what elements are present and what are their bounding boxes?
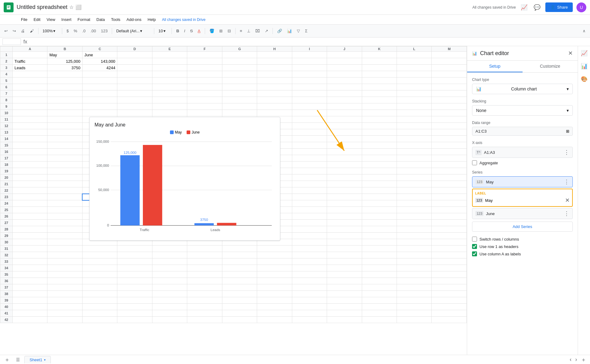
cell-A17[interactable] [13,155,47,162]
cell-M23[interactable] [432,194,467,200]
cell-M3[interactable] [432,65,467,71]
cell-G37[interactable] [222,284,257,291]
cell-F39[interactable] [187,297,222,304]
cell-G7[interactable] [222,90,257,97]
cell-C4[interactable] [82,71,117,78]
cell-J12[interactable] [327,123,362,129]
cell-M25[interactable] [432,207,467,213]
cell-J17[interactable] [327,155,362,162]
italic-btn[interactable]: I [182,27,187,34]
cell-I11[interactable] [292,116,327,123]
cell-D7[interactable] [117,90,152,97]
menu-file[interactable]: File [18,16,30,23]
cell-H1[interactable] [257,52,292,58]
cell-F3[interactable] [187,65,222,71]
cell-J3[interactable] [327,65,362,71]
cell-G41[interactable] [222,310,257,317]
cell-J22[interactable] [327,187,362,194]
cell-H3[interactable] [257,65,292,71]
cell-F1[interactable] [187,52,222,58]
cell-K36[interactable] [362,278,397,284]
cell-B20[interactable] [47,174,82,181]
cell-I5[interactable] [292,78,327,84]
cell-B38[interactable] [47,291,82,297]
cell-M38[interactable] [432,291,467,297]
sheet-tab-dropdown-icon[interactable]: ▾ [44,358,46,362]
cell-I17[interactable] [292,155,327,162]
cell-J33[interactable] [327,258,362,265]
cell-K8[interactable] [362,97,397,103]
cell-D41[interactable] [117,310,152,317]
cell-C35[interactable] [82,271,117,278]
row-header-31[interactable]: 31 [0,246,13,252]
cell-M35[interactable] [432,271,467,278]
cell-J26[interactable] [327,213,362,220]
cell-L8[interactable] [397,97,431,103]
cell-A9[interactable] [13,103,47,110]
chart-type-dropdown[interactable]: 📊 Column chart ▾ [472,84,573,94]
row-header-32[interactable]: 32 [0,252,13,258]
row-header-33[interactable]: 33 [0,258,13,265]
bar-traffic-june[interactable] [143,145,162,226]
cell-B12[interactable] [47,123,82,129]
cell-A18[interactable] [13,162,47,168]
cell-D37[interactable] [117,284,152,291]
col-I[interactable]: I [292,46,327,52]
cell-G40[interactable] [222,304,257,310]
menu-tools[interactable]: Tools [108,16,123,23]
cell-F10[interactable] [187,110,222,116]
cell-A2[interactable]: Traffic [13,58,47,65]
cell-B29[interactable] [47,233,82,239]
cell-M18[interactable] [432,162,467,168]
cell-H10[interactable] [257,110,292,116]
cell-I4[interactable] [292,71,327,78]
cell-H33[interactable] [257,258,292,265]
cell-K21[interactable] [362,181,397,187]
menu-view[interactable]: View [44,16,58,23]
cell-C31[interactable] [82,246,117,252]
cell-B11[interactable] [47,116,82,123]
font-size-select[interactable]: 10 ▾ [157,28,169,34]
redo-btn[interactable]: ↪ [11,27,18,34]
cell-A6[interactable] [13,84,47,90]
cell-M1[interactable] [432,52,467,58]
cell-M2[interactable] [432,58,467,65]
cell-I32[interactable] [292,252,327,258]
row-header-19[interactable]: 19 [0,168,13,174]
row-header-8[interactable]: 8 [0,97,13,103]
aggregate-checkbox[interactable] [472,160,477,165]
cell-K17[interactable] [362,155,397,162]
cell-I40[interactable] [292,304,327,310]
comments-icon[interactable]: 💬 [532,3,542,12]
cell-E31[interactable] [152,246,187,252]
cell-B34[interactable] [47,265,82,271]
cell-I15[interactable] [292,142,327,149]
cell-J35[interactable] [327,271,362,278]
cell-K30[interactable] [362,239,397,246]
cell-A11[interactable] [13,116,47,123]
cell-M33[interactable] [432,258,467,265]
cell-J18[interactable] [327,162,362,168]
font-color-btn[interactable]: A [196,27,202,34]
cell-J8[interactable] [327,97,362,103]
cell-E39[interactable] [152,297,187,304]
cell-D38[interactable] [117,291,152,297]
cell-L40[interactable] [397,304,431,310]
cell-G31[interactable] [222,246,257,252]
cell-G32[interactable] [222,252,257,258]
cell-H31[interactable] [257,246,292,252]
cell-A8[interactable] [13,97,47,103]
cell-D2[interactable] [117,58,152,65]
currency-btn[interactable]: $ [65,27,71,34]
cell-H4[interactable] [257,71,292,78]
cell-K15[interactable] [362,142,397,149]
cell-I26[interactable] [292,213,327,220]
row-header-15[interactable]: 15 [0,142,13,149]
add-sheet-button[interactable]: ＋ [2,355,12,364]
cell-L21[interactable] [397,181,431,187]
cell-E41[interactable] [152,310,187,317]
zoom-select[interactable]: 100% ▾ [41,28,59,34]
cell-A40[interactable] [13,304,47,310]
cell-E6[interactable] [152,84,187,90]
row-header-30[interactable]: 30 [0,239,13,246]
